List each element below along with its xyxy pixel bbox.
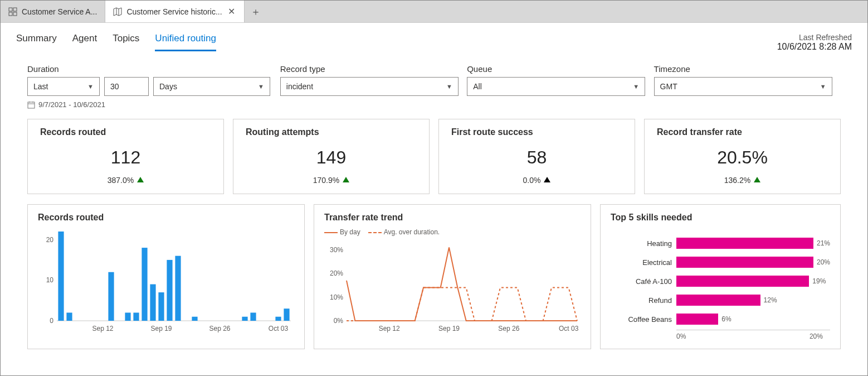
horizontal-bar-chart: Heating21%Electrical20%Café A-10019%Refu… xyxy=(611,228,830,341)
window-tab[interactable]: Customer Service A... xyxy=(1,1,105,22)
svg-text:0%: 0% xyxy=(334,317,344,325)
dashboard-icon xyxy=(8,7,17,16)
window-tab-active[interactable]: Customer Service historic... ✕ xyxy=(105,1,244,22)
filter-queue-label: Queue xyxy=(467,64,654,74)
chart-transfer-rate-trend: Transfer rate trend By day Avg. over dur… xyxy=(314,204,591,349)
svg-text:30%: 30% xyxy=(330,246,343,254)
duration-value: 30 xyxy=(110,82,119,91)
skill-label: Coffee Beans xyxy=(611,315,672,324)
svg-rect-4 xyxy=(28,102,35,108)
svg-text:20%: 20% xyxy=(330,269,343,277)
chart-title: Transfer rate trend xyxy=(324,213,581,223)
svg-rect-11 xyxy=(108,272,114,321)
date-range-text: 9/7/2021 - 10/6/2021 xyxy=(38,100,105,109)
chart-title: Records routed xyxy=(38,213,294,223)
skill-label: Electrical xyxy=(611,258,672,267)
kpi-value: 112 xyxy=(40,147,211,168)
svg-rect-3 xyxy=(13,12,17,16)
svg-text:Sep 26: Sep 26 xyxy=(498,325,519,332)
chevron-down-icon: ▼ xyxy=(258,83,264,90)
svg-rect-18 xyxy=(175,256,181,321)
skill-value: 21% xyxy=(817,239,830,247)
duration-mode-value: Last xyxy=(33,82,48,91)
svg-text:Sep 26: Sep 26 xyxy=(209,325,230,332)
tab-summary[interactable]: Summary xyxy=(16,33,57,51)
chevron-down-icon: ▼ xyxy=(820,83,826,90)
last-refreshed-timestamp: 10/6/2021 8:28 AM xyxy=(777,42,852,52)
skill-row: Café A-10019% xyxy=(611,273,830,290)
tab-label: Customer Service A... xyxy=(22,7,97,16)
tab-topics[interactable]: Topics xyxy=(113,33,139,51)
svg-rect-20 xyxy=(242,317,247,321)
filter-duration-label: Duration xyxy=(27,64,280,74)
trend-up-icon xyxy=(544,177,550,182)
legend-by-day: By day xyxy=(340,228,360,236)
duration-mode-select[interactable]: Last ▼ xyxy=(27,77,100,96)
add-tab-button[interactable]: ＋ xyxy=(245,1,267,22)
kpi-card: Routing attempts149170.9% xyxy=(233,119,430,194)
svg-text:Oct 03: Oct 03 xyxy=(559,325,579,332)
timezone-value: GMT xyxy=(660,82,677,91)
svg-text:10%: 10% xyxy=(330,293,343,301)
filter-recordtype-label: Record type xyxy=(280,64,467,74)
chart-title: Top 5 skills needed xyxy=(611,213,830,223)
queue-value: All xyxy=(473,82,482,91)
chevron-down-icon: ▼ xyxy=(633,83,639,90)
kpi-card-row: Records routed112387.0%Routing attempts1… xyxy=(1,109,867,194)
skill-bar xyxy=(676,295,760,306)
chart-legend: By day Avg. over duration. xyxy=(324,228,581,236)
kpi-delta: 136.2% xyxy=(657,176,828,185)
tab-label: Customer Service historic... xyxy=(126,7,222,16)
chevron-down-icon: ▼ xyxy=(87,83,94,90)
chart-top-skills: Top 5 skills needed Heating21%Electrical… xyxy=(600,204,841,349)
skill-bar xyxy=(676,238,813,249)
kpi-title: Routing attempts xyxy=(246,127,417,137)
svg-text:Oct 03: Oct 03 xyxy=(269,325,289,332)
tab-agent[interactable]: Agent xyxy=(72,33,97,51)
svg-text:Sep 12: Sep 12 xyxy=(379,325,400,332)
report-nav-tabs: Summary Agent Topics Unified routing xyxy=(16,33,216,51)
kpi-value: 20.5% xyxy=(657,147,828,168)
recordtype-select[interactable]: incident ▼ xyxy=(280,77,459,96)
last-refreshed: Last Refreshed 10/6/2021 8:28 AM xyxy=(777,33,852,52)
skill-bar xyxy=(676,314,718,325)
kpi-card: Record transfer rate20.5%136.2% xyxy=(644,119,841,194)
skill-row: Electrical20% xyxy=(611,254,830,271)
skill-label: Refund xyxy=(611,296,672,305)
svg-text:Sep 12: Sep 12 xyxy=(92,325,113,332)
svg-rect-22 xyxy=(275,317,281,321)
svg-rect-14 xyxy=(142,248,147,321)
kpi-delta: 0.0% xyxy=(451,176,622,185)
duration-value-input[interactable]: 30 xyxy=(104,77,149,96)
close-icon[interactable]: ✕ xyxy=(227,6,236,17)
svg-rect-19 xyxy=(192,317,197,321)
kpi-card: Records routed112387.0% xyxy=(27,119,224,194)
kpi-delta: 170.9% xyxy=(246,176,417,185)
timezone-select[interactable]: GMT ▼ xyxy=(654,77,832,96)
svg-rect-1 xyxy=(13,8,17,11)
map-icon xyxy=(113,7,122,16)
svg-text:Sep 19: Sep 19 xyxy=(438,325,460,332)
recordtype-value: incident xyxy=(286,82,313,91)
svg-text:10: 10 xyxy=(46,276,54,284)
duration-unit-select[interactable]: Days ▼ xyxy=(153,77,270,96)
filter-timezone-label: Timezone xyxy=(654,64,841,74)
chevron-down-icon: ▼ xyxy=(446,83,452,90)
svg-rect-17 xyxy=(167,260,172,321)
trend-up-icon xyxy=(343,177,349,182)
svg-text:Sep 19: Sep 19 xyxy=(150,325,172,332)
skill-label: Heating xyxy=(611,239,672,248)
chart-records-routed: Records routed 01020Sep 12Sep 19Sep 26Oc… xyxy=(27,204,305,349)
bar-chart-svg: 01020Sep 12Sep 19Sep 26Oct 03 xyxy=(38,228,294,334)
kpi-value: 149 xyxy=(246,147,417,168)
window-tab-bar: Customer Service A... Customer Service h… xyxy=(1,1,867,23)
queue-select[interactable]: All ▼ xyxy=(467,77,645,96)
skill-bar xyxy=(676,276,809,287)
skill-value: 20% xyxy=(817,258,830,266)
kpi-card: First route success580.0% xyxy=(438,119,635,194)
svg-rect-16 xyxy=(158,292,164,321)
svg-rect-10 xyxy=(66,312,72,321)
tab-unified-routing[interactable]: Unified routing xyxy=(155,33,216,51)
svg-rect-0 xyxy=(9,8,12,11)
svg-rect-13 xyxy=(133,312,139,321)
